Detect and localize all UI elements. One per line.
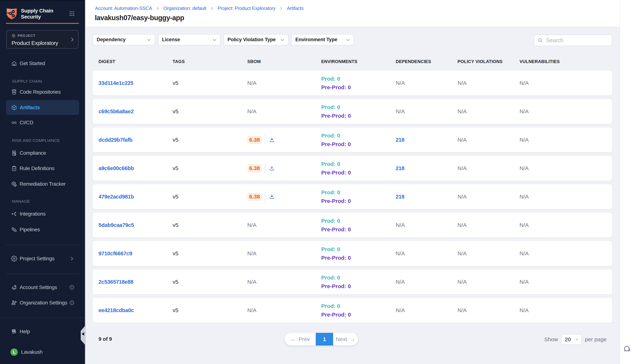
sidebar-item-pipelines[interactable]: Pipelines (6, 222, 79, 237)
sidebar-item-label: Remediation Tracker (20, 181, 66, 187)
sidebar-item-integrations[interactable]: Integrations (6, 206, 79, 222)
digest-link[interactable]: 5dab9caa79c5 (99, 222, 134, 228)
sidebar-item-user[interactable]: L Lavakush (6, 344, 79, 360)
digest-link[interactable]: ee4218cdba0c (99, 307, 134, 313)
breadcrumb-organization[interactable]: Organization: default (163, 6, 206, 11)
table-row[interactable]: 479e2acd981b v5 6.38 Prod: 0 Pr (93, 184, 612, 209)
sbom-cell: 6.38 (247, 163, 321, 174)
sidebar-item-organization-settings[interactable]: Organization Settings (6, 295, 79, 310)
policy-violation-type-filter-dropdown[interactable]: Policy Violation Type (223, 34, 288, 45)
sidebar-item-label: Rule Definitions (20, 166, 55, 171)
info-icon[interactable] (69, 300, 75, 306)
digest-link[interactable]: c69c5b6a8ae2 (99, 108, 134, 114)
digest-link[interactable]: 479e2acd981b (99, 194, 134, 200)
breadcrumb-project[interactable]: Project: Product Exploratory (218, 6, 275, 11)
column-header-policy-violations: POLICY VIOLATIONS (458, 59, 519, 64)
table-row[interactable]: 2c5365718e88 v5 N/A Prod: 0 Pre (93, 270, 612, 294)
dependencies-na: N/A (396, 307, 405, 313)
page-1-button[interactable]: 1 (316, 333, 333, 346)
info-icon[interactable] (69, 285, 75, 290)
column-header-environments: ENVIRONMENTS (321, 59, 396, 64)
digest-link[interactable]: 9710cf6667c9 (99, 250, 132, 256)
search-input[interactable] (546, 37, 608, 44)
sidebar-top-edge (0, 0, 85, 1)
tag-value: v5 (173, 279, 178, 285)
prev-label: Prev (298, 336, 310, 342)
breadcrumb-artifacts[interactable]: Artifacts (287, 6, 303, 11)
table-row[interactable]: c69c5b6a8ae2 v5 N/A Prod: 0 Pre (93, 99, 612, 124)
sidebar-item-artifacts[interactable]: Artifacts (6, 100, 79, 115)
vulnerabilities-value: N/A (519, 222, 529, 228)
sbom-na: N/A (247, 108, 256, 114)
main-area: Account: Automation-SSCA Organization: d… (86, 0, 634, 364)
env-preprod: Pre-Prod: 0 (321, 168, 396, 177)
vulnerabilities-value: N/A (519, 307, 529, 313)
column-header-sbom: SBOM (247, 59, 321, 64)
show-label: Show (544, 336, 558, 342)
environments-cell: Prod: 0 Pre-Prod: 0 (321, 188, 396, 205)
table-row[interactable]: dcdd29b7fafb v5 6.38 Prod: 0 Pr (93, 128, 612, 152)
sidebar-item-project-settings[interactable]: Project Settings (6, 251, 79, 266)
section-label-risk-and-compliance: RISK AND COMPLIANCE (12, 138, 60, 143)
breadcrumb-account[interactable]: Account: Automation-SSCA (95, 6, 152, 11)
env-prod: Prod: 0 (321, 245, 396, 254)
table-row[interactable]: ee4218cdba0c v5 N/A Prod: 0 Pre (93, 298, 612, 323)
dependency-filter-dropdown[interactable]: Dependency (93, 34, 155, 45)
sidebar-item-get-started[interactable]: Get Started (6, 56, 79, 71)
project-selector[interactable]: PROJECT Product Exploratory (6, 30, 79, 48)
tag-value: v5 (173, 108, 178, 114)
sidebar-item-account-settings[interactable]: Account Settings (6, 280, 79, 295)
table-row[interactable]: a9c6e00c66bb v5 6.38 Prod: 0 Pr (93, 156, 612, 181)
dependencies-na: N/A (396, 222, 405, 228)
env-prod: Prod: 0 (321, 131, 396, 140)
collapse-left-arrow-icon (82, 332, 84, 336)
next-page-button[interactable]: Next → (333, 333, 358, 346)
chevron-down-icon (212, 37, 217, 43)
sidebar-item-compliance[interactable]: Compliance (6, 145, 79, 161)
page-header: Account: Automation-SSCA Organization: d… (86, 0, 634, 27)
download-icon[interactable] (269, 194, 275, 200)
sidebar-item-rule-definitions[interactable]: Rule Definitions (6, 161, 79, 176)
tag-value: v5 (173, 194, 178, 200)
download-icon[interactable] (269, 137, 275, 142)
sidebar-item-code-repositories[interactable]: Code Repositories (6, 84, 79, 100)
digest-link[interactable]: dcdd29b7fafb (99, 137, 132, 143)
table-row[interactable]: 33d114e1c225 v5 N/A Prod: 0 Pre (93, 70, 612, 96)
sidebar-item-help[interactable]: ? Help (6, 324, 79, 339)
policy-violations-value: N/A (458, 80, 467, 86)
project-label: PROJECT (18, 34, 36, 38)
dependencies-link[interactable]: 218 (396, 137, 405, 143)
org-chart-gear-icon (11, 300, 17, 306)
chat-bubble-icon[interactable] (623, 345, 631, 353)
table-row[interactable]: 9710cf6667c9 v5 N/A Prod: 0 Pre (93, 241, 612, 266)
environments-cell: Prod: 0 Pre-Prod: 0 (321, 160, 396, 177)
license-filter-dropdown[interactable]: License (158, 34, 220, 45)
home-icon (11, 60, 17, 66)
project-name: Product Exploratory (12, 40, 58, 46)
sbom-cell: N/A (247, 250, 321, 256)
svg-text:?: ? (13, 330, 15, 332)
policy-violations-value: N/A (458, 279, 467, 285)
env-preprod: Pre-Prod: 0 (321, 83, 396, 92)
environment-type-filter-dropdown[interactable]: Environment Type (291, 34, 354, 45)
digest-link[interactable]: 2c5365718e88 (99, 279, 133, 285)
sidebar-divider (6, 274, 79, 274)
dependencies-link[interactable]: 218 (396, 194, 405, 200)
download-icon[interactable] (269, 166, 275, 171)
prev-page-button[interactable]: ← Prev (284, 333, 316, 346)
vulnerabilities-value: N/A (519, 279, 529, 285)
sbom-na: N/A (247, 80, 256, 86)
dependencies-link[interactable]: 218 (396, 165, 405, 171)
sidebar-item-remediation-tracker[interactable]: Remediation Tracker (6, 176, 79, 192)
digest-link[interactable]: 33d114e1c225 (99, 80, 133, 86)
sidebar-item-cicd[interactable]: CI/CD (6, 115, 79, 130)
dependencies-na: N/A (396, 279, 405, 285)
table-row[interactable]: 5dab9caa79c5 v5 N/A Prod: 0 Pre (93, 212, 612, 238)
app-title: Supply Chain Security (21, 8, 65, 20)
digest-link[interactable]: a9c6e00c66bb (99, 165, 134, 171)
apps-grid-icon[interactable] (69, 10, 75, 17)
gear-icon (11, 256, 17, 262)
dropdown-label: Dependency (97, 37, 126, 42)
dependencies-cell: N/A (396, 80, 458, 86)
page-size-select[interactable]: 20 (561, 334, 582, 345)
